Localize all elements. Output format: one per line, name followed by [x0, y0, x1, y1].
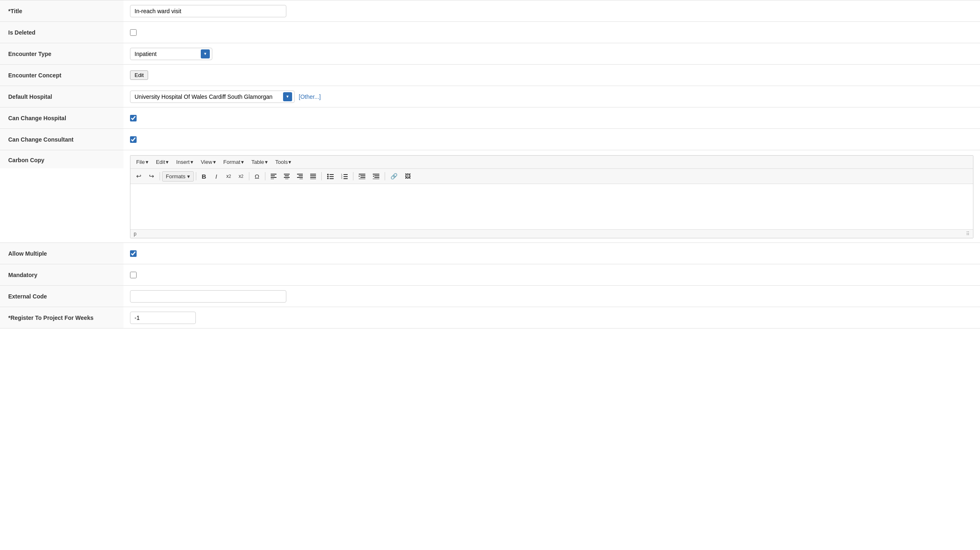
rte-table-chevron	[265, 159, 268, 165]
rte-insert-chevron	[190, 159, 193, 165]
rte-format-menu[interactable]: Format	[220, 157, 247, 167]
rte-separator-6	[353, 172, 353, 180]
external-code-label: External Code	[0, 286, 123, 307]
rte-tools-chevron	[288, 159, 291, 165]
mandatory-checkbox[interactable]	[130, 272, 137, 278]
rte-omega-button[interactable]: Ω	[251, 171, 263, 182]
rte-image-button[interactable]: 🖼	[402, 171, 414, 182]
rte-bullet-list-button[interactable]	[324, 171, 337, 181]
rte-bold-button[interactable]: B	[198, 171, 210, 182]
svg-rect-31	[359, 179, 365, 179]
register-weeks-row: *Register To Project For Weeks	[0, 307, 980, 329]
align-justify-icon	[310, 173, 316, 179]
rte-italic-button[interactable]: I	[211, 171, 222, 182]
allow-multiple-checkbox[interactable]	[130, 250, 137, 257]
can-change-consultant-checkbox[interactable]	[130, 136, 137, 143]
bullet-list-icon	[327, 173, 334, 179]
svg-rect-0	[271, 174, 276, 175]
rte-edit-menu[interactable]: Edit	[153, 157, 172, 167]
svg-rect-34	[374, 175, 379, 176]
carbon-copy-label: Carbon Copy	[0, 150, 123, 168]
svg-marker-37	[373, 175, 374, 177]
default-hospital-label: Default Hospital	[0, 86, 123, 107]
rte-separator-5	[321, 172, 322, 180]
default-hospital-select-wrapper: University Hospital Of Wales Cardiff Sou…	[130, 91, 295, 103]
rte-body[interactable]	[130, 184, 973, 229]
is-deleted-label: Is Deleted	[0, 22, 123, 43]
default-hospital-select[interactable]: University Hospital Of Wales Cardiff Sou…	[130, 91, 295, 103]
rte-align-left-button[interactable]	[267, 171, 280, 181]
svg-rect-8	[297, 174, 303, 175]
svg-rect-12	[310, 174, 316, 175]
rte-redo-button[interactable]: ↪	[146, 170, 158, 182]
svg-rect-4	[284, 174, 290, 175]
encounter-concept-edit-button[interactable]: Edit	[130, 70, 148, 80]
encounter-concept-row: Encounter Concept Edit	[0, 65, 980, 86]
svg-rect-35	[374, 177, 379, 178]
external-code-field	[123, 286, 980, 307]
outdent-icon	[359, 173, 365, 179]
carbon-copy-row: Carbon Copy File Edit Insert	[0, 150, 980, 243]
rte-separator-3	[249, 172, 249, 180]
svg-point-18	[327, 176, 329, 177]
svg-marker-32	[359, 175, 360, 177]
can-change-consultant-label: Can Change Consultant	[0, 129, 123, 150]
external-code-input[interactable]	[130, 290, 286, 303]
rte-separator-1	[160, 172, 160, 180]
svg-rect-3	[271, 179, 274, 179]
rte-align-justify-button[interactable]	[307, 171, 319, 181]
rte-toolbar: ↩ ↪ Formats B I x2 x2 Ω	[130, 169, 973, 184]
can-change-hospital-checkbox[interactable]	[130, 115, 137, 121]
encounter-type-select[interactable]: Inpatient Outpatient Emergency	[130, 48, 212, 60]
mandatory-field	[123, 268, 980, 282]
carbon-copy-field: File Edit Insert View	[123, 150, 980, 242]
align-center-icon	[284, 173, 290, 179]
register-weeks-input[interactable]	[130, 312, 196, 324]
rte-tools-menu[interactable]: Tools	[272, 157, 295, 167]
svg-rect-23	[344, 174, 348, 175]
align-left-icon	[271, 173, 276, 179]
rte-align-right-button[interactable]	[294, 171, 306, 181]
rte-indent-button[interactable]	[369, 171, 383, 181]
svg-rect-36	[373, 179, 379, 179]
svg-rect-2	[271, 177, 276, 178]
rte-numbered-list-button[interactable]: 1.2.3.	[338, 171, 351, 181]
svg-rect-28	[359, 174, 365, 175]
rte-subscript-button[interactable]: x2	[223, 171, 235, 181]
svg-point-16	[327, 174, 329, 175]
svg-rect-30	[360, 177, 365, 178]
svg-text:3.: 3.	[341, 177, 343, 179]
encounter-concept-field: Edit	[123, 66, 980, 84]
rte-separator-2	[196, 172, 196, 180]
svg-rect-10	[297, 177, 303, 178]
rte-file-menu[interactable]: File	[133, 157, 152, 167]
allow-multiple-field	[123, 246, 980, 261]
title-row: *Title	[0, 0, 980, 22]
title-input[interactable]	[130, 5, 286, 17]
other-hospital-link[interactable]: [Other...]	[299, 93, 321, 100]
svg-rect-17	[330, 174, 334, 175]
allow-multiple-label: Allow Multiple	[0, 243, 123, 264]
rte-superscript-button[interactable]: x2	[235, 171, 247, 181]
encounter-type-row: Encounter Type Inpatient Outpatient Emer…	[0, 43, 980, 65]
rte-align-center-button[interactable]	[281, 171, 293, 181]
rte-formats-chevron	[187, 173, 190, 179]
svg-rect-7	[285, 179, 288, 179]
rte-formats-button[interactable]: Formats	[162, 171, 194, 182]
svg-rect-5	[285, 175, 289, 176]
rte-link-button[interactable]: 🔗	[387, 171, 401, 182]
rte-separator-4	[265, 172, 265, 180]
rte-outdent-button[interactable]	[355, 171, 369, 181]
encounter-concept-label: Encounter Concept	[0, 65, 123, 86]
can-change-hospital-row: Can Change Hospital	[0, 107, 980, 129]
rte-view-menu[interactable]: View	[197, 157, 219, 167]
mandatory-label: Mandatory	[0, 264, 123, 285]
allow-multiple-row: Allow Multiple	[0, 243, 980, 264]
rte-table-menu[interactable]: Table	[248, 157, 271, 167]
rte-insert-menu[interactable]: Insert	[173, 157, 197, 167]
svg-rect-6	[284, 177, 290, 178]
rte-undo-button[interactable]: ↩	[133, 170, 145, 182]
is-deleted-checkbox[interactable]	[130, 29, 137, 36]
external-code-row: External Code	[0, 286, 980, 307]
title-field	[123, 1, 980, 21]
